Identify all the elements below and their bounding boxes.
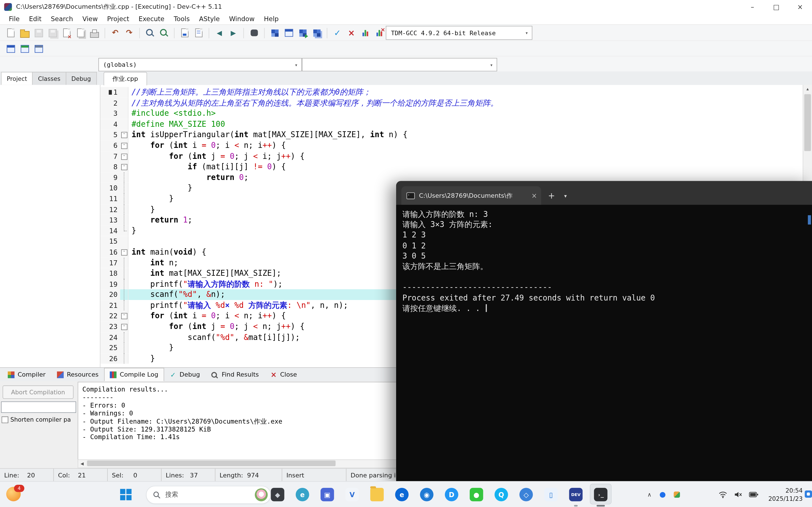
goto-line-button[interactable]: [178, 26, 191, 40]
add-to-project-button[interactable]: [4, 42, 17, 55]
terminal-tab-dropdown-icon[interactable]: ▾: [559, 188, 572, 203]
undo-button[interactable]: ↶: [109, 26, 122, 40]
back-button[interactable]: ◀: [213, 26, 226, 40]
find-button[interactable]: [144, 26, 156, 40]
redo-button[interactable]: ↷: [123, 26, 136, 40]
volume-icon[interactable]: [734, 491, 742, 498]
menu-window[interactable]: Window: [224, 13, 259, 24]
run-button[interactable]: [282, 26, 295, 40]
taskbar-app-phone-link[interactable]: ▯: [539, 482, 563, 507]
scrollbar-thumb[interactable]: [87, 460, 336, 466]
taskbar-app-file-explorer[interactable]: [364, 482, 389, 507]
code-line[interactable]: 8 if (mat[i][j] != 0) {: [100, 161, 812, 172]
menu-astyle[interactable]: AStyle: [194, 13, 224, 24]
taskbar-app-store-blue[interactable]: ▣: [315, 482, 340, 507]
bottom-tab-close[interactable]: Close: [264, 368, 303, 381]
code-line[interactable]: 7 for (int j = 0; j < i; j++) {: [100, 151, 812, 162]
menu-search[interactable]: Search: [46, 13, 78, 24]
menu-help[interactable]: Help: [259, 13, 283, 24]
save-button[interactable]: [32, 26, 45, 40]
terminal-scrollbar[interactable]: [808, 215, 811, 224]
profile-delete-button[interactable]: [373, 26, 386, 40]
menu-tools[interactable]: Tools: [169, 13, 195, 24]
checkbox-icon[interactable]: [2, 416, 8, 423]
left-tab-debug[interactable]: Debug: [66, 72, 97, 85]
bottom-tab-debug[interactable]: Debug: [164, 368, 206, 381]
code-line[interactable]: 6 for (int i = 0; i < n; i++) {: [100, 140, 812, 151]
save-all-button[interactable]: [46, 26, 59, 40]
bottom-tab-resources[interactable]: Resources: [51, 368, 104, 381]
battery-icon[interactable]: [749, 492, 759, 498]
terminal-title-bar[interactable]: › C:\Users\28769\Documents\作 × + ▾: [396, 181, 812, 205]
bottom-tab-compile-log[interactable]: Compile Log: [104, 368, 164, 381]
fold-toggle-icon[interactable]: [121, 132, 128, 138]
close-button[interactable]: ×: [788, 0, 812, 13]
taskbar-app-v2ray[interactable]: V: [340, 482, 364, 507]
abort-compilation-button[interactable]: Abort Compilation: [3, 385, 73, 399]
code-line[interactable]: 4#define MAX_SIZE 100: [100, 119, 812, 129]
bottom-tab-find-results[interactable]: Find Results: [206, 368, 264, 381]
menu-project[interactable]: Project: [102, 13, 134, 24]
syntax-check-button[interactable]: ✓: [331, 26, 344, 40]
taskbar-app-dev-cpp[interactable]: DEV: [563, 482, 588, 507]
scroll-left-icon[interactable]: ◀: [78, 461, 86, 466]
code-line[interactable]: 1//判断上三角矩阵。上三角矩阵指主对角线以下的元素都为0的矩阵；: [100, 87, 812, 98]
compiler-filter-input[interactable]: [1, 401, 76, 413]
new-file-button[interactable]: [4, 26, 17, 40]
remove-from-project-button[interactable]: [18, 42, 31, 55]
terminal-new-tab-button[interactable]: +: [544, 188, 559, 203]
menu-file[interactable]: File: [4, 13, 24, 24]
profile-button[interactable]: [359, 26, 372, 40]
code-line[interactable]: 3#include <stdio.h>: [100, 108, 812, 119]
rebuild-button[interactable]: [310, 26, 323, 40]
fold-toggle-icon[interactable]: [121, 313, 128, 320]
menu-edit[interactable]: Edit: [24, 13, 46, 24]
scroll-up-icon[interactable]: ▴: [803, 85, 812, 93]
taskbar-app-edge-teal[interactable]: e: [290, 482, 315, 507]
taskbar-app-app-dark[interactable]: ◆: [265, 482, 290, 507]
notification-center-button[interactable]: [805, 490, 812, 498]
print-button[interactable]: [88, 26, 101, 40]
taskbar-app-windows-terminal[interactable]: ›_: [589, 482, 613, 507]
terminal-tab-close-icon[interactable]: ×: [531, 192, 537, 200]
clean-button[interactable]: ×: [345, 26, 358, 40]
left-tab-project[interactable]: Project: [1, 72, 33, 85]
wifi-icon[interactable]: [719, 491, 727, 498]
code-line[interactable]: 2//主对角线为从矩阵的左上角至右下角的连线。本题要求编写程序，判断一个给定的方…: [100, 98, 812, 108]
code-line[interactable]: 5int isUpperTriangular(int mat[MAX_SIZE]…: [100, 129, 812, 140]
system-tray[interactable]: [719, 482, 758, 507]
project-panel[interactable]: [0, 85, 100, 367]
fold-toggle-icon[interactable]: [121, 143, 128, 149]
terminal-window[interactable]: › C:\Users\28769\Documents\作 × + ▾ 请输入方阵…: [396, 181, 812, 481]
open-file-button[interactable]: [18, 26, 31, 40]
taskbar-app-netdisk[interactable]: ◇: [514, 482, 539, 507]
close-file-button[interactable]: [60, 26, 73, 40]
tray-expand-icon[interactable]: ∧: [647, 491, 652, 498]
scrollbar-thumb[interactable]: [804, 94, 811, 151]
terminal-output[interactable]: 请输入方阵的阶数 n: 3请输入 3×3 方阵的元素:1 2 30 1 23 0…: [396, 205, 812, 481]
fold-toggle-icon[interactable]: [121, 324, 128, 330]
fold-toggle-icon[interactable]: [121, 249, 128, 256]
forward-button[interactable]: ▶: [227, 26, 240, 40]
taskbar-app-browser-blue[interactable]: ◉: [414, 482, 439, 507]
compiler-profile-select[interactable]: TDM-GCC 4.9.2 64-bit Release ▾: [386, 26, 532, 40]
taskbar-clock[interactable]: 20:54 2025/11/23: [765, 487, 803, 503]
left-tab-classes[interactable]: Classes: [33, 72, 66, 85]
swap-header-source-button[interactable]: [192, 26, 205, 40]
project-options-button[interactable]: [32, 42, 45, 55]
minimize-button[interactable]: –: [741, 0, 764, 13]
find-in-files-button[interactable]: [157, 26, 170, 40]
members-select[interactable]: ▾: [302, 58, 497, 71]
halt-button[interactable]: [248, 26, 260, 40]
menu-execute[interactable]: Execute: [134, 13, 169, 24]
taskbar-search[interactable]: 搜索: [146, 486, 271, 504]
tray-app-icon[interactable]: [674, 492, 680, 498]
compile-button[interactable]: [268, 26, 281, 40]
fold-toggle-icon[interactable]: [121, 154, 128, 160]
taskbar-app-edge-blue[interactable]: e: [389, 482, 414, 507]
editor-tab[interactable]: 作业.cpp: [103, 72, 147, 86]
taskbar-widgets-button[interactable]: 4: [6, 487, 22, 502]
shorten-paths-option[interactable]: Shorten compiler pa: [2, 416, 77, 424]
fold-toggle-icon[interactable]: [121, 164, 128, 170]
close-all-button[interactable]: [74, 26, 87, 40]
